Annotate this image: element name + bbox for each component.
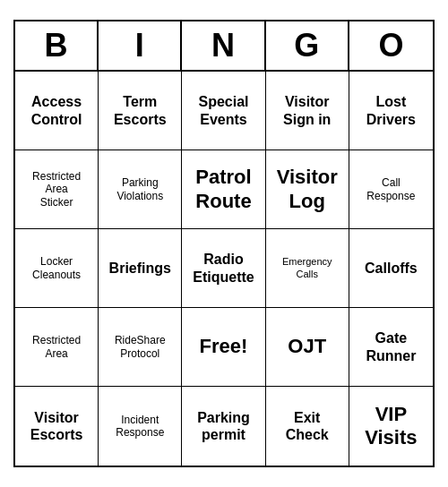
cell-text-18: OJT [288,335,326,358]
bingo-cell-24: VIPVisits [349,387,433,466]
header-letter-o: O [349,21,433,70]
header-letter-i: I [99,21,182,70]
bingo-cell-0: AccessControl [15,72,99,150]
cell-text-8: VisitorLog [277,166,338,213]
cell-text-23: ExitCheck [286,409,329,443]
cell-text-16: RideShareProtocol [115,334,166,360]
bingo-cell-13: EmergencyCalls [266,229,349,308]
bingo-cell-3: VisitorSign in [266,72,349,150]
bingo-cell-5: RestrictedAreaSticker [15,150,99,229]
bingo-cell-6: ParkingViolations [99,150,182,229]
bingo-cell-18: OJT [266,308,349,387]
cell-text-20: VisitorEscorts [30,409,83,443]
cell-text-24: VIPVisits [365,403,417,450]
bingo-cell-20: VisitorEscorts [15,387,99,466]
bingo-cell-8: VisitorLog [266,150,349,229]
bingo-cell-19: GateRunner [349,308,433,387]
bingo-cell-9: CallResponse [349,150,433,229]
bingo-cell-1: TermEscorts [99,72,182,150]
cell-text-15: RestrictedArea [32,334,81,360]
cell-text-10: LockerCleanouts [32,255,81,281]
cell-text-2: SpecialEvents [198,93,248,127]
bingo-cell-4: LostDrivers [349,72,433,150]
bingo-cell-21: IncidentResponse [99,387,182,466]
bingo-cell-17: Free! [182,308,265,387]
cell-text-0: AccessControl [31,93,82,127]
cell-text-9: CallResponse [366,176,415,202]
cell-text-19: GateRunner [366,329,416,363]
header-letter-n: N [182,21,265,70]
cell-text-22: Parkingpermit [197,409,250,443]
cell-text-11: Briefings [109,260,171,277]
bingo-cell-7: PatrolRoute [182,150,265,229]
header-letter-g: G [266,21,349,70]
bingo-cell-22: Parkingpermit [182,387,265,466]
bingo-header: BINGO [15,21,433,72]
header-letter-b: B [15,21,99,70]
bingo-grid: AccessControlTermEscortsSpecialEventsVis… [15,72,433,466]
bingo-cell-23: ExitCheck [266,387,349,466]
bingo-cell-16: RideShareProtocol [99,308,182,387]
bingo-cell-14: Calloffs [349,229,433,308]
cell-text-3: VisitorSign in [283,93,331,127]
cell-text-12: RadioEtiquette [193,251,254,285]
bingo-cell-10: LockerCleanouts [15,229,99,308]
bingo-cell-15: RestrictedArea [15,308,99,387]
bingo-cell-2: SpecialEvents [182,72,265,150]
cell-text-17: Free! [200,335,248,358]
cell-text-14: Calloffs [365,260,418,277]
cell-text-6: ParkingViolations [116,176,163,202]
cell-text-21: IncidentResponse [116,414,164,440]
bingo-card: BINGO AccessControlTermEscortsSpecialEve… [13,20,435,467]
cell-text-7: PatrolRoute [195,166,251,213]
cell-text-13: EmergencyCalls [282,256,332,279]
cell-text-1: TermEscorts [114,93,167,127]
cell-text-5: RestrictedAreaSticker [32,170,81,209]
bingo-cell-12: RadioEtiquette [182,229,265,308]
bingo-cell-11: Briefings [99,229,182,308]
cell-text-4: LostDrivers [366,93,416,127]
